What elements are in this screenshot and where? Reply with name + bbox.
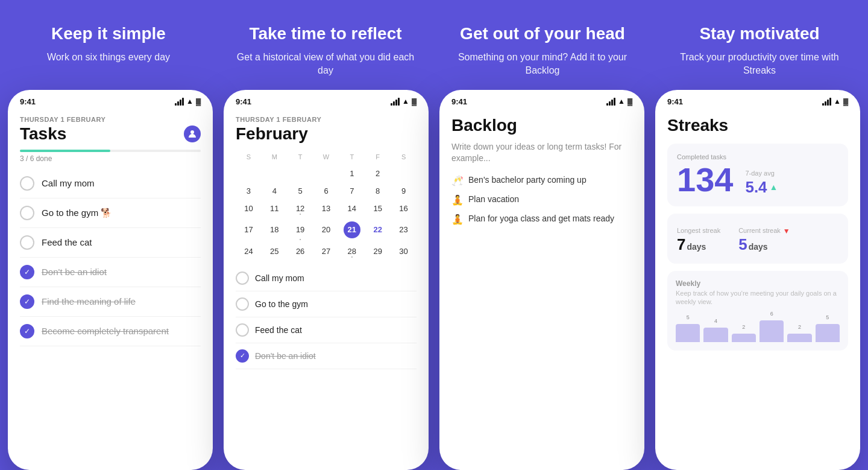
cal-cell[interactable]: 26 (288, 243, 313, 259)
cal-cell[interactable]: 27 (313, 243, 339, 259)
task-completed-circle[interactable]: ✓ (20, 324, 34, 338)
cal-task-text: Feed the cat (255, 325, 302, 335)
task-text: Don't be an idiot (42, 267, 107, 277)
backlog-phone: 9:41 ▲ ▓ Backlog Write down your ideas o… (439, 90, 644, 470)
tasks-title-row: Tasks (20, 124, 201, 144)
backlog-subtitle: Write down your ideas or long term tasks… (451, 141, 632, 165)
cal-cell[interactable]: 17 (236, 218, 262, 242)
cal-cell[interactable]: 13 (313, 200, 339, 217)
cal-cell[interactable]: 4 (262, 183, 288, 199)
backlog-emoji: 🥂 (451, 175, 464, 186)
cal-task-text: Call my mom (255, 273, 304, 283)
cal-week: 24252627282930 (236, 243, 417, 259)
cal-cell[interactable]: 11 (262, 200, 288, 217)
backlog-emoji: 🧘 (451, 214, 464, 225)
cal-cell[interactable]: 15 (365, 200, 391, 217)
backlog-text: Ben's bachelor party coming up (468, 174, 587, 186)
cal-cell[interactable]: 22 (365, 218, 391, 242)
battery-icon-1: ▓ (196, 98, 201, 105)
cal-task-circle[interactable] (236, 323, 249, 337)
cal-cell (288, 165, 313, 182)
bar-chart: 542625 (676, 312, 840, 342)
bar-chart-bar: 5 (816, 324, 840, 342)
cal-cell[interactable]: 30 (391, 243, 417, 259)
cal-task-completed-circle[interactable]: ✓ (236, 349, 249, 363)
cal-cell[interactable]: 8 (365, 183, 391, 199)
cal-cell[interactable]: 19 (288, 218, 313, 242)
progress-bar-container: 3 / 6 done (20, 150, 201, 163)
progress-bar-bg (20, 150, 201, 152)
section-2-title: Take time to reflect (249, 24, 401, 43)
avg-number: 5.4 (745, 178, 767, 197)
cal-cell[interactable]: 24 (236, 243, 262, 259)
cal-cell[interactable]: 25 (262, 243, 288, 259)
cal-cell[interactable]: 21 (339, 218, 365, 242)
backlog-emoji: 🧘 (451, 194, 464, 206)
status-icons-3: ▲ ▓ (606, 97, 632, 106)
time-3: 9:41 (451, 97, 467, 106)
progress-text: 3 / 6 done (20, 154, 201, 163)
cal-cell[interactable]: 1 (339, 165, 365, 182)
cal-cell[interactable]: 3 (236, 183, 262, 199)
wifi-icon-1: ▲ (186, 97, 193, 106)
task-item: Go to the gym 🐕 (20, 198, 201, 228)
cal-cell[interactable]: 9 (391, 183, 417, 199)
cal-cell[interactable]: 29 (365, 243, 391, 259)
status-bar-1: 9:41 ▲ ▓ (8, 90, 213, 110)
cal-task-item: Call my mom (236, 265, 417, 291)
task-completed-circle[interactable]: ✓ (20, 294, 34, 309)
streaks-screen-title: Streaks (667, 116, 848, 135)
task-incomplete-circle[interactable] (20, 235, 34, 250)
tasks-phone: 9:41 ▲ ▓ THURSDAY 1 FEBRUARY Tasks (8, 90, 213, 470)
cal-cell[interactable]: 2 (365, 165, 391, 182)
task-text: Find the meaning of life (42, 296, 136, 306)
weekly-label: Weekly (676, 279, 840, 288)
cal-cell[interactable]: 18 (262, 218, 288, 242)
bar-label: 5 (687, 314, 690, 320)
cal-cell[interactable]: 12 (288, 200, 313, 217)
bar-label: 5 (826, 314, 829, 320)
completed-tasks-card: Completed tasks 134 7-day avg 5.4 ▲ (667, 144, 848, 206)
cal-week: 12 (236, 165, 417, 182)
cal-week: 3456789 (236, 183, 417, 199)
wifi-icon-2: ▲ (402, 97, 409, 106)
cal-task-text: Go to the gym (255, 299, 308, 309)
calendar-month: February (236, 124, 417, 144)
cal-task-circle[interactable] (236, 297, 249, 311)
cal-task-text: Don't be an idiot (255, 351, 316, 361)
task-incomplete-circle[interactable] (20, 176, 34, 191)
cal-cell[interactable]: 14 (339, 200, 365, 217)
cal-cell[interactable]: 5 (288, 183, 313, 199)
task-incomplete-circle[interactable] (20, 206, 34, 220)
cal-cell[interactable]: 20 (313, 218, 339, 242)
section-4-title: Stay motivated (699, 24, 819, 43)
cal-cell[interactable]: 7 (339, 183, 365, 199)
cal-cell[interactable]: 28 (339, 243, 365, 259)
bar-label: 2 (798, 324, 801, 330)
current-streak-label-row: Current streak ▼ (738, 227, 790, 235)
current-streak-label: Current streak (738, 227, 781, 234)
backlog-content: Backlog Write down your ideas or long te… (439, 110, 644, 470)
signal-icon-4 (822, 98, 831, 106)
task-item: ✓Find the meaning of life (20, 287, 201, 317)
cal-cell[interactable]: 10 (236, 200, 262, 217)
signal-icon-3 (606, 98, 615, 106)
task-completed-circle[interactable]: ✓ (20, 265, 34, 279)
cal-cell (313, 165, 339, 182)
streaks-content: Streaks Completed tasks 134 7-day avg 5.… (655, 110, 860, 470)
battery-icon-4: ▓ (843, 98, 848, 105)
cal-cell[interactable]: 16 (391, 200, 417, 217)
status-icons-1: ▲ ▓ (175, 97, 201, 106)
phone-1: 9:41 ▲ ▓ THURSDAY 1 FEBRUARY Tasks (8, 90, 213, 470)
avatar-icon[interactable] (184, 125, 201, 142)
cal-task-circle[interactable] (236, 272, 249, 285)
cal-day-name: T (288, 151, 313, 163)
cal-cell[interactable]: 6 (313, 183, 339, 199)
stats-side: 7-day avg 5.4 ▲ (745, 170, 778, 197)
cal-day-name: M (262, 151, 288, 163)
cal-day-name: S (391, 151, 417, 163)
cal-day-name: T (339, 151, 365, 163)
cal-day-name: F (365, 151, 391, 163)
cal-cell[interactable]: 23 (391, 218, 417, 242)
section-1-subtitle: Work on six things every day (47, 51, 170, 64)
